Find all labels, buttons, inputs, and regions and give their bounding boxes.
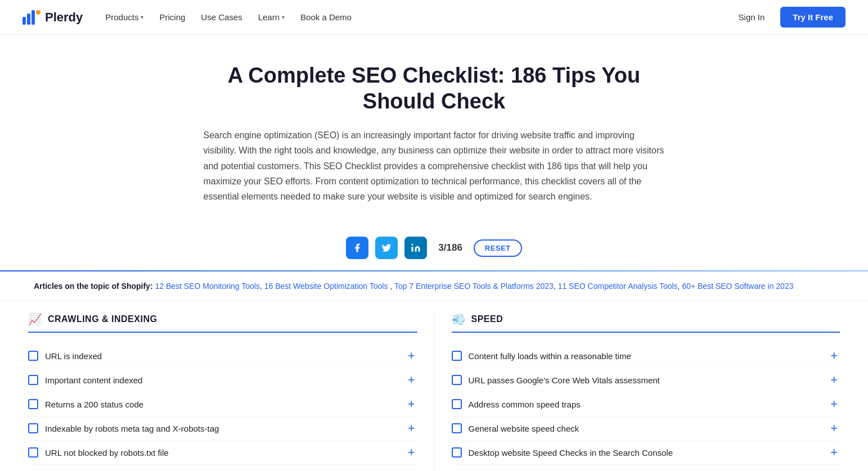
checkbox-general-speed[interactable] xyxy=(452,423,462,433)
article-link-1[interactable]: 12 Best SEO Monitoring Tools xyxy=(155,282,260,291)
expand-button[interactable]: + xyxy=(406,422,417,434)
checklist-grid: 📈 CRAWLING & INDEXING URL is indexed + I… xyxy=(0,301,868,471)
article-link-2[interactable]: 16 Best Website Optimization Tools xyxy=(264,282,388,291)
logo-bar-2 xyxy=(27,13,30,25)
chevron-down-icon-learn: ▾ xyxy=(282,14,285,20)
expand-button[interactable]: + xyxy=(828,398,840,410)
articles-label: Articles on the topic of Shopify: xyxy=(34,282,153,291)
nav-pricing[interactable]: Pricing xyxy=(159,12,185,22)
item-left: Returns a 200 status code xyxy=(28,399,406,409)
expand-button[interactable]: + xyxy=(406,350,417,362)
list-item: Desktop website Speed Checks in the Sear… xyxy=(452,441,840,465)
item-label: Address common speed traps xyxy=(469,400,581,409)
item-left: URL is indexed xyxy=(28,351,406,361)
logo-dot xyxy=(36,10,41,15)
navbar: Plerdy Products ▾ Pricing Use Cases Lear… xyxy=(0,0,868,35)
crawling-indexing-column: 📈 CRAWLING & INDEXING URL is indexed + I… xyxy=(23,313,434,471)
sign-in-button[interactable]: Sign In xyxy=(732,9,772,25)
checkbox-core-web-vitals[interactable] xyxy=(452,375,462,385)
list-item: Indexable by robots meta tag and X-robot… xyxy=(28,416,417,441)
checkbox-url-indexed[interactable] xyxy=(28,351,38,361)
facebook-icon[interactable] xyxy=(346,237,368,259)
svg-point-0 xyxy=(412,244,413,246)
reset-button[interactable]: RESET xyxy=(474,239,522,257)
nav-products[interactable]: Products ▾ xyxy=(105,12,143,22)
checkbox-robots-meta[interactable] xyxy=(28,423,38,433)
linkedin-icon[interactable] xyxy=(404,237,427,259)
checklist-counter: 3/186 xyxy=(438,242,462,253)
speed-icon: 💨 xyxy=(452,313,466,326)
list-item: Mobile website Speed Checks in the Searc… xyxy=(452,465,840,471)
expand-button[interactable]: + xyxy=(406,374,417,386)
item-left: Indexable by robots meta tag and X-robot… xyxy=(28,423,406,433)
expand-button[interactable]: + xyxy=(406,446,417,459)
item-label: URL is indexed xyxy=(45,351,102,361)
page-title: A Complete SEO Checklist: 186 Tips You S… xyxy=(204,63,665,114)
checkbox-200-status[interactable] xyxy=(28,399,38,409)
twitter-icon[interactable] xyxy=(375,237,398,259)
crawling-section-title: CRAWLING & INDEXING xyxy=(48,314,157,324)
hero-section: A Complete SEO Checklist: 186 Tips You S… xyxy=(192,35,676,221)
item-label: Returns a 200 status code xyxy=(45,400,143,409)
item-left: Address common speed traps xyxy=(452,399,829,409)
speed-column: 💨 SPEED Content fully loads within a rea… xyxy=(434,313,846,471)
expand-button[interactable]: + xyxy=(828,374,840,386)
item-left: URL passes Google's Core Web Vitals asse… xyxy=(452,375,829,385)
item-label: Desktop website Speed Checks in the Sear… xyxy=(469,448,673,458)
checkbox-desktop-speed[interactable] xyxy=(452,447,462,458)
item-label: Important content indexed xyxy=(45,375,142,385)
expand-button[interactable]: + xyxy=(828,446,840,459)
expand-button[interactable]: + xyxy=(406,398,417,410)
logo-icon xyxy=(23,10,41,25)
list-item: Sitemap file location defined in robots.… xyxy=(28,465,417,471)
list-item: Important content indexed + xyxy=(28,368,417,392)
list-item: URL not blocked by robots.txt file + xyxy=(28,441,417,465)
item-left: General website speed check xyxy=(452,423,829,433)
logo[interactable]: Plerdy xyxy=(23,10,83,25)
nav-learn[interactable]: Learn ▾ xyxy=(258,12,285,22)
list-item: General website speed check + xyxy=(452,416,840,441)
expand-button[interactable]: + xyxy=(828,350,840,362)
checkbox-important-content[interactable] xyxy=(28,375,38,385)
try-free-button[interactable]: Try It Free xyxy=(780,7,845,28)
nav-use-cases[interactable]: Use Cases xyxy=(201,12,242,22)
article-link-4[interactable]: 11 SEO Competitor Analysis Tools xyxy=(558,282,678,291)
item-left: Important content indexed xyxy=(28,375,406,385)
articles-strip: Articles on the topic of Shopify: 12 Bes… xyxy=(0,271,868,301)
item-left: Content fully loads within a reasonable … xyxy=(452,351,829,361)
checkbox-robots-txt[interactable] xyxy=(28,447,38,458)
crawling-section-header: 📈 CRAWLING & INDEXING xyxy=(28,313,417,333)
nav-links: Products ▾ Pricing Use Cases Learn ▾ Boo… xyxy=(105,12,352,22)
navbar-right: Sign In Try It Free xyxy=(732,7,845,28)
item-label: Indexable by robots meta tag and X-robot… xyxy=(45,424,219,433)
item-label: URL passes Google's Core Web Vitals asse… xyxy=(469,375,660,385)
crawling-icon: 📈 xyxy=(28,313,42,326)
logo-text: Plerdy xyxy=(45,10,83,25)
item-label: Content fully loads within a reasonable … xyxy=(469,351,631,361)
list-item: URL is indexed + xyxy=(28,344,417,368)
chevron-down-icon: ▾ xyxy=(141,14,143,20)
navbar-left: Plerdy Products ▾ Pricing Use Cases Lear… xyxy=(23,10,352,25)
speed-section-header: 💨 SPEED xyxy=(452,313,840,333)
item-left: Desktop website Speed Checks in the Sear… xyxy=(452,447,829,458)
list-item: Address common speed traps + xyxy=(452,392,840,416)
hero-description: Search engine optimization (SEO) is an i… xyxy=(204,128,665,204)
article-link-3[interactable]: Top 7 Enterprise SEO Tools & Platforms 2… xyxy=(394,282,554,291)
list-item: Returns a 200 status code + xyxy=(28,392,417,416)
social-bar: 3/186 RESET xyxy=(0,237,868,259)
item-left: URL not blocked by robots.txt file xyxy=(28,447,406,458)
nav-book-demo[interactable]: Book a Demo xyxy=(300,12,352,22)
article-link-5[interactable]: 60+ Best SEO Software in 2023 xyxy=(682,282,793,291)
item-label: General website speed check xyxy=(469,424,579,433)
speed-section-title: SPEED xyxy=(471,314,503,324)
checkbox-content-loads[interactable] xyxy=(452,351,462,361)
checkbox-speed-traps[interactable] xyxy=(452,399,462,409)
list-item: URL passes Google's Core Web Vitals asse… xyxy=(452,368,840,392)
item-label: URL not blocked by robots.txt file xyxy=(45,448,169,458)
list-item: Content fully loads within a reasonable … xyxy=(452,344,840,368)
expand-button[interactable]: + xyxy=(828,422,840,434)
logo-bar-1 xyxy=(23,17,26,25)
logo-bar-3 xyxy=(32,10,35,25)
